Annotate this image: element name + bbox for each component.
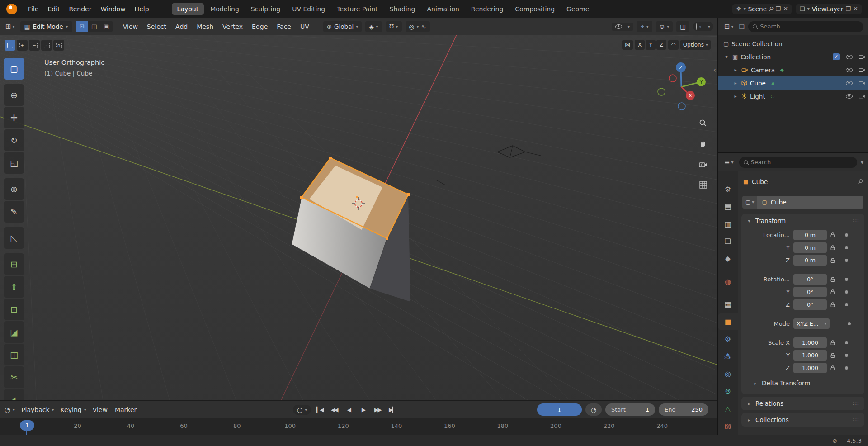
hide-eye-icon[interactable] (846, 94, 853, 99)
lock-icon[interactable] (827, 352, 839, 358)
topbar-menu-item[interactable]: Help (130, 4, 154, 14)
sidebar-toggle-arrow[interactable]: ‹ (713, 66, 716, 74)
disable-render-camera-icon[interactable] (859, 81, 865, 85)
properties-search-input[interactable]: Search (739, 157, 857, 168)
tab-physics[interactable]: ◎ (718, 365, 738, 382)
jump-to-start-button[interactable]: ▎◀ (314, 404, 326, 415)
tab-texture[interactable]: ▨ (718, 417, 738, 434)
relations-panel[interactable]: ▸ Relations ∷∷ (741, 397, 864, 410)
zoom-button[interactable] (695, 115, 711, 131)
select-mode-subtract-button[interactable]: − (29, 40, 40, 51)
use-preview-range-button[interactable]: ◔ (585, 403, 602, 416)
lock-icon[interactable] (827, 245, 839, 251)
outliner-row-collection[interactable]: ▾ ▣ Collection ✓ (718, 50, 868, 63)
delete-scene-icon[interactable]: ✕ (783, 6, 788, 12)
transform-orientation-dropdown[interactable]: ⊕ Global ▾ (323, 21, 362, 32)
editor-type-button[interactable]: ⊞▾ (4, 22, 17, 32)
loop-cut-tool[interactable]: ◫ (4, 344, 24, 365)
tab-world[interactable]: ◍ (718, 273, 738, 290)
workspace-tab[interactable]: UV Editing (287, 3, 330, 15)
hide-eye-icon[interactable] (846, 68, 853, 72)
animate-dot[interactable] (845, 290, 848, 294)
camera-view-button[interactable] (695, 157, 711, 172)
hide-eye-icon[interactable] (846, 55, 853, 59)
workspace-tab[interactable]: Compositing (509, 3, 560, 15)
disable-render-camera-icon[interactable] (859, 94, 865, 99)
delete-viewlayer-icon[interactable]: ✕ (853, 6, 858, 12)
workspace-tab[interactable]: Sculpting (245, 3, 286, 15)
transform-value-field[interactable]: 0 m (793, 242, 827, 253)
copy-viewlayer-icon[interactable]: ❐ (845, 6, 851, 12)
topbar-menu-item[interactable]: File (24, 4, 43, 14)
tab-collection[interactable]: ▦ (718, 296, 738, 313)
object-name-field[interactable]: ▢ Cube (757, 196, 863, 209)
workspace-tab[interactable]: Rendering (466, 3, 509, 15)
mirror-axis-button[interactable]: Z (656, 40, 666, 50)
keying-menu[interactable]: Keying▾ (61, 406, 86, 413)
select-mode-new-button[interactable] (5, 40, 15, 51)
collection-checkbox[interactable]: ✓ (833, 53, 840, 60)
outliner-row-cube[interactable]: ▸ Cube ▲ (718, 76, 868, 90)
vertex-select-button[interactable]: ⊡ (76, 21, 88, 32)
overlays-dropdown[interactable]: ⊙▾ (656, 21, 673, 32)
timeline-ruler[interactable]: 1 20406080100120140160180200220240 (0, 418, 717, 435)
viewport-menu-item[interactable]: Edge (248, 21, 272, 32)
properties-filter-dropdown[interactable]: ▾ (861, 160, 863, 165)
tab-particles[interactable]: ⁂ (718, 348, 738, 365)
gizmo-y-negative[interactable] (658, 88, 665, 95)
transform-value-field[interactable]: 0° (793, 299, 827, 310)
lock-icon[interactable] (827, 340, 839, 346)
playback-menu[interactable]: Playback▾ (21, 406, 54, 413)
viewport-menu-item[interactable]: Mesh (193, 21, 217, 32)
workspace-tab[interactable]: Animation (421, 3, 464, 15)
gizmo-x-negative[interactable] (669, 75, 676, 82)
outliner-search-input[interactable]: Search (748, 21, 863, 32)
expand-arrow-icon[interactable]: ▾ (723, 54, 730, 59)
inset-faces-tool[interactable]: ⊡ (4, 299, 24, 320)
frame-start-field[interactable]: Start1 (605, 403, 655, 416)
animate-dot[interactable] (845, 259, 848, 262)
knife-tool[interactable]: ✂ (4, 366, 24, 388)
viewport-menu-item[interactable]: UV (296, 21, 313, 32)
outliner-row-light[interactable]: ▸ Light ○ (718, 90, 868, 103)
pin-icon[interactable] (856, 178, 864, 186)
transform-value-field[interactable]: 1.000 (793, 337, 827, 348)
outliner-editor-type-button[interactable]: ⊟▾ (722, 22, 736, 32)
select-box-tool[interactable]: ▢ (4, 58, 24, 80)
current-frame-field[interactable]: 1 (537, 403, 582, 416)
scale-tool[interactable]: ◱ (4, 152, 24, 174)
outliner-filter-icon[interactable]: ❏ (739, 24, 745, 30)
mirror-icon[interactable]: ⋈ (622, 40, 633, 50)
topbar-menu-item[interactable]: Window (96, 4, 130, 14)
add-cube-tool[interactable]: ⊞ (4, 253, 24, 275)
jump-to-end-button[interactable]: ▶▎ (386, 404, 398, 415)
expand-arrow-icon[interactable]: ▸ (732, 81, 739, 85)
viewport-menu-item[interactable]: Select (143, 21, 170, 32)
annotate-tool[interactable]: ✎ (4, 201, 24, 223)
mode-dropdown[interactable]: ▦ Edit Mode ▾ (20, 21, 72, 32)
tab-object[interactable]: ■ (718, 313, 738, 330)
navigation-gizmo[interactable]: Z Y X (658, 62, 706, 110)
measure-tool[interactable]: ◺ (4, 227, 24, 249)
falloff-arc-icon[interactable]: ◠ (668, 40, 678, 50)
transform-panel-header[interactable]: ▾ Transform ∷∷ (741, 214, 864, 228)
animate-dot[interactable] (845, 303, 848, 306)
xray-toggle[interactable]: ◫ (676, 21, 689, 32)
transform-value-field[interactable]: 0° (793, 274, 827, 285)
scene-selector[interactable]: ❖ ▾ Scene ⚲ ❐ ✕ (732, 4, 792, 14)
snap-dropdown[interactable]: Ω▾ (386, 21, 402, 32)
next-keyframe-button[interactable]: ▶▶ (372, 404, 383, 415)
timeline-editor-type-button[interactable]: ◔▾ (5, 406, 15, 414)
frame-end-field[interactable]: End250 (659, 403, 708, 416)
drag-handle-icon[interactable]: ∷∷ (853, 218, 860, 224)
transform-value-field[interactable]: 0 m (793, 255, 827, 266)
viewport-menu-item[interactable]: View (119, 21, 142, 32)
lock-icon[interactable] (827, 276, 839, 282)
workspace-tab[interactable]: Texture Paint (331, 3, 383, 15)
rotate-tool[interactable]: ↻ (4, 129, 24, 151)
select-mode-intersect-button[interactable]: ∩ (53, 40, 64, 51)
lock-icon[interactable] (827, 302, 839, 308)
shading-solid-button[interactable] (699, 26, 701, 28)
viewport-3d-scene[interactable]: Z Y X (0, 35, 717, 400)
lock-icon[interactable] (827, 232, 839, 238)
